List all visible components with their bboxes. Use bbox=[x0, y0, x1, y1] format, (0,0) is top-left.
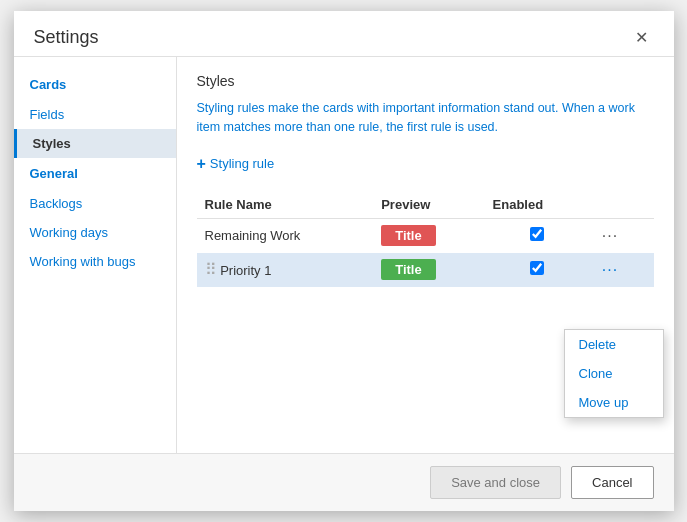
cancel-button[interactable]: Cancel bbox=[571, 466, 653, 499]
settings-dialog: Settings ✕ Cards Fields Styles General B… bbox=[14, 11, 674, 511]
description-text: Styling rules make the cards with import… bbox=[197, 99, 654, 137]
drag-handle-icon[interactable]: ⠿ bbox=[205, 261, 217, 278]
sidebar-item-working-with-bugs[interactable]: Working with bugs bbox=[14, 247, 176, 276]
sidebar-section-cards[interactable]: Cards bbox=[14, 69, 176, 100]
col-preview: Preview bbox=[373, 191, 484, 219]
col-enabled: Enabled bbox=[485, 191, 590, 219]
preview-badge-red: Title bbox=[381, 225, 436, 246]
enabled-cell-priority1 bbox=[485, 253, 590, 287]
context-menu-clone[interactable]: Clone bbox=[565, 359, 663, 388]
preview-badge-green: Title bbox=[381, 259, 436, 280]
enabled-checkbox-priority1[interactable] bbox=[530, 261, 544, 275]
plus-icon: + bbox=[197, 155, 206, 173]
table-row: ⠿ Priority 1 Title ··· bbox=[197, 253, 654, 287]
actions-cell-remaining-work: ··· bbox=[590, 218, 654, 253]
section-title: Styles bbox=[197, 73, 654, 89]
sidebar-item-fields[interactable]: Fields bbox=[14, 100, 176, 129]
dialog-title: Settings bbox=[34, 27, 99, 48]
dialog-body: Cards Fields Styles General Backlogs Wor… bbox=[14, 57, 674, 453]
more-button-remaining-work[interactable]: ··· bbox=[598, 225, 622, 247]
save-and-close-button[interactable]: Save and close bbox=[430, 466, 561, 499]
actions-cell-priority1: ··· bbox=[590, 253, 654, 287]
col-actions bbox=[590, 191, 654, 219]
dialog-footer: Save and close Cancel bbox=[14, 453, 674, 511]
sidebar-item-working-days[interactable]: Working days bbox=[14, 218, 176, 247]
table-row: Remaining Work Title ··· bbox=[197, 218, 654, 253]
close-button[interactable]: ✕ bbox=[629, 28, 654, 48]
sidebar-item-styles[interactable]: Styles bbox=[14, 129, 176, 158]
more-button-priority1[interactable]: ··· bbox=[598, 259, 622, 281]
preview-cell-remaining-work: Title bbox=[373, 218, 484, 253]
rule-name-remaining-work: Remaining Work bbox=[197, 218, 374, 253]
dialog-header: Settings ✕ bbox=[14, 11, 674, 57]
sidebar-item-backlogs[interactable]: Backlogs bbox=[14, 189, 176, 218]
context-menu: Delete Clone Move up bbox=[564, 329, 664, 418]
preview-cell-priority1: Title bbox=[373, 253, 484, 287]
sidebar: Cards Fields Styles General Backlogs Wor… bbox=[14, 57, 177, 453]
col-rule-name: Rule Name bbox=[197, 191, 374, 219]
enabled-checkbox-remaining-work[interactable] bbox=[530, 227, 544, 241]
drag-handle-priority1: ⠿ Priority 1 bbox=[197, 253, 374, 287]
main-content: Styles Styling rules make the cards with… bbox=[177, 57, 674, 453]
context-menu-delete[interactable]: Delete bbox=[565, 330, 663, 359]
enabled-cell-remaining-work bbox=[485, 218, 590, 253]
sidebar-section-general[interactable]: General bbox=[14, 158, 176, 189]
add-rule-label: Styling rule bbox=[210, 156, 274, 171]
context-menu-move-up[interactable]: Move up bbox=[565, 388, 663, 417]
rules-table: Rule Name Preview Enabled Remaining Work… bbox=[197, 191, 654, 287]
add-rule-button[interactable]: + Styling rule bbox=[197, 151, 275, 177]
